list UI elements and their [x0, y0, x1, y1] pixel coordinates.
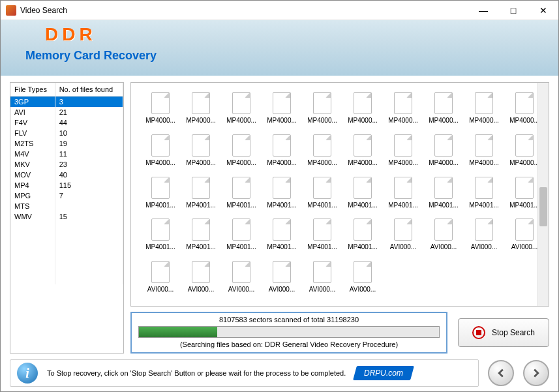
next-button[interactable] [523, 360, 549, 386]
file-item[interactable]: MP4000... [140, 92, 181, 133]
cell-type: MTS [10, 201, 55, 211]
cell-type: MOV [10, 170, 55, 180]
file-item[interactable]: MP4001... [383, 177, 423, 218]
table-row[interactable]: MKV23 [10, 159, 123, 170]
file-label: AVI000... [142, 286, 179, 293]
maximize-button[interactable]: □ [498, 1, 528, 20]
file-item[interactable]: AVI000... [221, 261, 262, 302]
table-row[interactable]: FLV10 [10, 128, 123, 138]
header-subtitle: Memory Card Recovery [25, 49, 545, 63]
file-icon [354, 92, 372, 114]
file-icon [273, 92, 291, 114]
file-item[interactable]: MP4000... [423, 92, 464, 133]
file-item[interactable]: MP4000... [181, 92, 221, 133]
progress-box: 8107583 sectors scanned of total 3119823… [130, 312, 447, 354]
table-row-empty [10, 274, 123, 284]
cell-type: 3GP [10, 97, 55, 108]
file-icon [192, 261, 210, 283]
table-row[interactable]: M2TS19 [10, 138, 123, 149]
file-icon [475, 92, 493, 114]
table-row[interactable]: MP4115 [10, 180, 123, 190]
file-item[interactable]: MP4001... [262, 219, 302, 260]
file-icon [151, 177, 170, 199]
file-icon [475, 134, 493, 157]
table-row[interactable]: WMV15 [10, 211, 123, 222]
file-item[interactable]: MP4000... [342, 92, 383, 133]
file-label: MP4000... [303, 159, 341, 166]
file-item[interactable]: MP4001... [181, 177, 221, 218]
file-item[interactable]: MP4000... [423, 134, 464, 175]
file-label: MP4001... [182, 202, 220, 209]
col-file-types[interactable]: File Types [10, 83, 55, 97]
file-icon [232, 177, 250, 199]
table-row[interactable]: M4V11 [10, 149, 123, 159]
content-area: File Types No. of files found 3GP3AVI21F… [1, 76, 558, 357]
cell-count [55, 201, 123, 211]
file-label: AVI000... [344, 286, 382, 293]
file-icon [232, 219, 250, 241]
file-item[interactable]: MP4001... [181, 219, 221, 260]
minimize-button[interactable]: ― [468, 1, 498, 20]
progress-row: 8107583 sectors scanned of total 3119823… [130, 312, 549, 354]
file-item[interactable]: MP4000... [221, 134, 262, 175]
file-label: MP4000... [425, 159, 462, 166]
file-item[interactable]: AVI000... [181, 261, 221, 302]
file-item[interactable]: AVI000... [423, 219, 464, 260]
table-row[interactable]: MTS [10, 201, 123, 211]
file-item[interactable]: MP4001... [221, 219, 262, 260]
file-item[interactable]: AVI000... [464, 219, 504, 260]
file-item[interactable]: MP4001... [221, 177, 262, 218]
table-row[interactable]: MPG7 [10, 190, 123, 201]
scrollbar-thumb[interactable] [539, 187, 547, 226]
file-item[interactable]: MP4001... [140, 219, 181, 260]
file-item[interactable]: MP4001... [302, 177, 342, 218]
file-item[interactable]: MP4000... [383, 134, 423, 175]
file-item[interactable]: MP4000... [181, 134, 221, 175]
file-item[interactable]: MP4000... [383, 92, 423, 133]
file-item[interactable]: AVI000... [383, 219, 423, 260]
file-label: MP4001... [182, 243, 220, 250]
file-item[interactable]: MP4001... [342, 177, 383, 218]
file-item[interactable]: MP4000... [262, 134, 302, 175]
table-row[interactable]: MOV40 [10, 170, 123, 180]
file-item[interactable]: AVI000... [342, 261, 383, 302]
table-row[interactable]: AVI21 [10, 107, 123, 117]
cell-type: MP4 [10, 180, 55, 190]
file-item[interactable]: MP4000... [262, 92, 302, 133]
col-files-found[interactable]: No. of files found [55, 83, 123, 97]
file-icon [515, 92, 534, 114]
file-label: AVI000... [384, 243, 422, 250]
file-item[interactable]: MP4001... [262, 177, 302, 218]
file-item[interactable]: MP4001... [302, 219, 342, 260]
file-icon [273, 261, 291, 283]
file-icon [313, 92, 331, 114]
file-item[interactable]: MP4001... [140, 177, 181, 218]
file-icon [192, 92, 210, 114]
close-button[interactable]: ✕ [528, 1, 558, 20]
file-item[interactable]: MP4000... [342, 134, 383, 175]
scrollbar[interactable] [537, 83, 549, 306]
cell-type: FLV [10, 128, 55, 138]
file-item[interactable]: MP4000... [464, 92, 504, 133]
file-icon [434, 219, 453, 241]
file-item[interactable]: AVI000... [302, 261, 342, 302]
file-item[interactable]: MP4001... [423, 177, 464, 218]
cell-type: F4V [10, 117, 55, 128]
file-item[interactable]: MP4000... [140, 134, 181, 175]
file-item[interactable]: AVI000... [140, 261, 181, 302]
file-item[interactable]: MP4000... [464, 134, 504, 175]
file-item[interactable]: AVI000... [262, 261, 302, 302]
file-label: MP4001... [142, 202, 179, 209]
file-item[interactable]: MP4001... [342, 219, 383, 260]
file-item[interactable]: MP4001... [464, 177, 504, 218]
file-item[interactable]: MP4000... [302, 92, 342, 133]
prev-button[interactable] [488, 360, 514, 386]
brand-link[interactable]: DRPU.com [353, 366, 414, 380]
stop-search-button[interactable]: Stop Search [458, 318, 549, 347]
file-item[interactable]: MP4000... [221, 92, 262, 133]
table-row[interactable]: F4V44 [10, 117, 123, 128]
file-label: MP4001... [303, 202, 341, 209]
file-item[interactable]: MP4000... [302, 134, 342, 175]
table-row[interactable]: 3GP3 [10, 97, 123, 108]
file-label: AVI000... [425, 243, 462, 250]
